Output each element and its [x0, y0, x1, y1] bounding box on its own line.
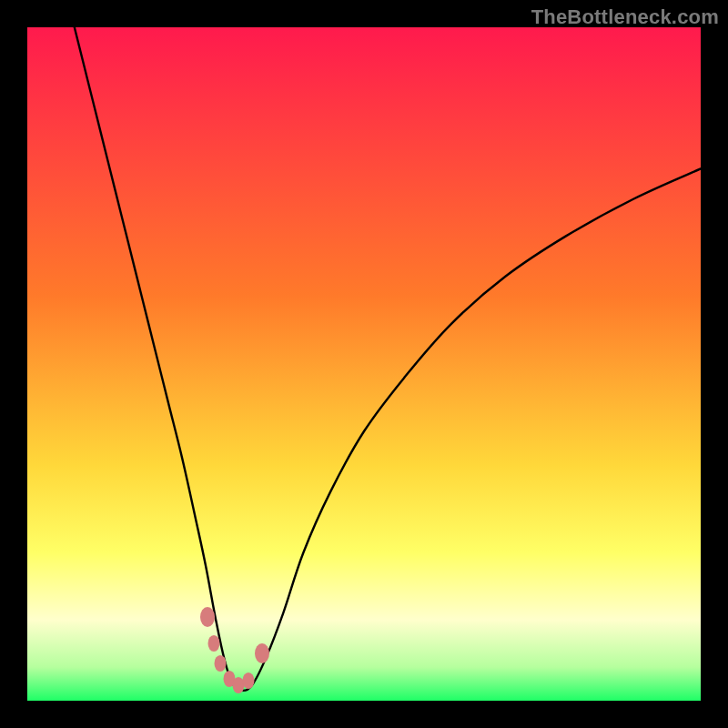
curve-marker	[255, 643, 269, 663]
curve-marker	[242, 672, 254, 689]
curve-marker	[200, 607, 215, 627]
chart-frame: TheBottleneck.com	[0, 0, 728, 728]
curve-marker	[215, 655, 227, 672]
plot-area	[27, 27, 701, 701]
bottleneck-curve	[27, 27, 701, 701]
curve-marker	[207, 635, 219, 652]
watermark-text: TheBottleneck.com	[531, 5, 719, 29]
